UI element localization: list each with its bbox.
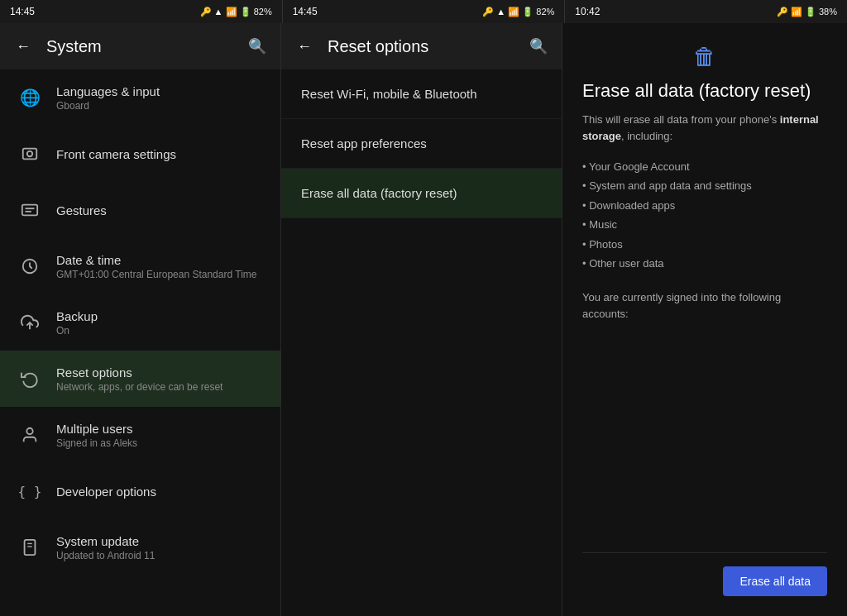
svg-point-7 [26, 428, 32, 434]
erase-list-item-5: • Photos [582, 235, 827, 254]
languages-input-item[interactable]: 🌐 Languages & input Gboard [0, 69, 280, 126]
date-time-item[interactable]: Date & time GMT+01:00 Central European S… [0, 238, 280, 294]
reset-options-subtitle: Network, apps, or device can be reset [56, 381, 267, 393]
gestures-icon [13, 193, 46, 227]
status-icons-2: 🔑 ▲ 📶 🔋 82% [482, 7, 554, 17]
erase-content: 🗑 Erase all data (factory reset) This wi… [562, 23, 847, 616]
reset-wifi-label: Reset Wi-Fi, mobile & Bluetooth [301, 87, 477, 101]
gestures-title: Gestures [56, 203, 267, 217]
system-panel-header: ← System 🔍 [0, 23, 280, 69]
developer-options-item[interactable]: { } Developer options [0, 463, 280, 519]
svg-rect-2 [22, 205, 37, 216]
system-update-icon [13, 531, 46, 564]
backup-item[interactable]: Backup On [0, 294, 280, 351]
date-time-subtitle: GMT+01:00 Central European Standard Time [56, 269, 267, 280]
erase-description-end: , including: [621, 130, 672, 142]
reset-options-title: Reset options [56, 365, 267, 380]
reset-options-header: ← Reset options 🔍 [281, 23, 562, 69]
date-time-title: Date & time [56, 253, 267, 267]
search-button-panel1[interactable]: 🔍 [247, 36, 267, 56]
status-time-3: 10:42 [575, 6, 600, 17]
erase-list-item-4: • Music [582, 215, 827, 234]
reset-options-icon [13, 362, 46, 395]
reset-options-panel-title: Reset options [328, 37, 529, 56]
languages-icon: 🌐 [13, 81, 46, 114]
back-button-panel2[interactable]: ← [294, 36, 314, 56]
erase-list-item-2: • System and app data and settings [582, 176, 827, 195]
erase-all-data-option[interactable]: Erase all data (factory reset) [281, 169, 562, 218]
erase-description: This will erase all data from your phone… [582, 112, 827, 144]
svg-rect-0 [23, 149, 37, 160]
erase-bottom-bar: Erase all data [582, 552, 827, 596]
system-update-subtitle: Updated to Android 11 [56, 550, 267, 561]
reset-app-prefs-label: Reset app preferences [301, 136, 427, 150]
developer-options-title: Developer options [56, 485, 267, 499]
erase-list-item-3: • Downloaded apps [582, 196, 827, 215]
reset-options-item[interactable]: Reset options Network, apps, or device c… [0, 351, 280, 407]
status-bar-2: 14:45 🔑 ▲ 📶 🔋 82% [283, 0, 566, 23]
multiple-users-item[interactable]: Multiple users Signed in as Aleks [0, 407, 280, 463]
front-camera-icon [13, 137, 46, 170]
erase-all-data-label: Erase all data (factory reset) [301, 186, 457, 200]
reset-wifi-option[interactable]: Reset Wi-Fi, mobile & Bluetooth [281, 69, 562, 119]
erase-description-start: This will erase all data from your phone… [582, 113, 780, 126]
erase-list-item-6: • Other user data [582, 254, 827, 273]
back-button-panel1[interactable]: ← [13, 36, 33, 56]
erase-list: • Your Google Account • System and app d… [582, 157, 827, 273]
status-bar-3: 10:42 🔑 📶 🔋 38% [565, 0, 847, 23]
erase-accounts-text: You are currently signed into the follow… [582, 289, 827, 322]
erase-detail-panel: 🗑 Erase all data (factory reset) This wi… [562, 23, 847, 616]
search-button-panel2[interactable]: 🔍 [529, 36, 548, 56]
front-camera-title: Front camera settings [56, 147, 267, 161]
multiple-users-subtitle: Signed in as Aleks [56, 437, 267, 449]
system-panel: ← System 🔍 🌐 Languages & input Gboard Fr… [0, 23, 281, 616]
system-title: System [46, 37, 247, 56]
svg-point-1 [27, 151, 32, 156]
system-update-title: System update [56, 534, 267, 548]
status-time-1: 14:45 [10, 6, 35, 17]
backup-subtitle: On [56, 325, 267, 337]
developer-options-icon: { } [13, 475, 46, 508]
languages-title: Languages & input [56, 84, 267, 98]
erase-list-item-1: • Your Google Account [582, 157, 827, 176]
front-camera-item[interactable]: Front camera settings [0, 126, 280, 182]
erase-title: Erase all data (factory reset) [582, 80, 827, 102]
erase-all-data-button[interactable]: Erase all data [723, 566, 827, 596]
multiple-users-icon [13, 418, 46, 451]
reset-app-preferences-option[interactable]: Reset app preferences [281, 119, 562, 169]
date-time-icon [13, 250, 46, 283]
status-icons-3: 🔑 📶 🔋 38% [777, 7, 837, 17]
backup-title: Backup [56, 309, 267, 323]
status-time-2: 14:45 [293, 6, 318, 17]
svg-rect-8 [25, 540, 36, 555]
backup-icon [13, 306, 46, 339]
system-update-item[interactable]: System update Updated to Android 11 [0, 519, 280, 575]
gestures-item[interactable]: Gestures [0, 182, 280, 238]
status-icons-1: 🔑 ▲ 📶 🔋 82% [200, 7, 272, 17]
multiple-users-title: Multiple users [56, 422, 267, 436]
reset-options-panel: ← Reset options 🔍 Reset Wi-Fi, mobile & … [281, 23, 562, 616]
languages-subtitle: Gboard [56, 100, 267, 112]
trash-icon: 🗑 [693, 43, 716, 70]
status-bar-1: 14:45 🔑 ▲ 📶 🔋 82% [0, 0, 283, 23]
